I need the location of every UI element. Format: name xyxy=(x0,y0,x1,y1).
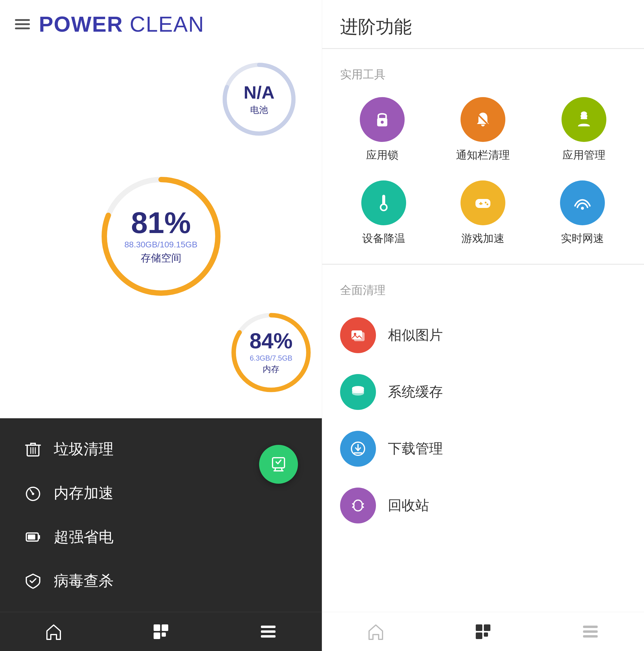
section-tools-label: 实用工具 xyxy=(322,58,644,91)
tool-notification-clean[interactable]: 通知栏清理 xyxy=(456,97,510,162)
left-panel: POWER CLEAN 81% 88.30GB/109.15GB 存储空间 xyxy=(0,0,322,651)
list-system-cache[interactable]: 系统缓存 xyxy=(322,364,644,421)
tool-network-speed[interactable]: 实时网速 xyxy=(560,181,605,246)
memory-label: 内存 xyxy=(263,364,279,375)
svg-rect-17 xyxy=(162,624,168,631)
svg-rect-16 xyxy=(154,624,160,631)
svg-rect-20 xyxy=(261,626,276,628)
bottom-nav-right xyxy=(322,612,644,651)
advanced-features-title: 进阶功能 xyxy=(340,17,412,37)
svg-rect-19 xyxy=(162,632,166,637)
svg-rect-29 xyxy=(581,117,587,119)
tool-network-speed-label: 实时网速 xyxy=(561,231,604,246)
storage-percent: 81% xyxy=(131,208,191,238)
tool-grid-row2: 设备降温 游戏加速 实时网速 xyxy=(322,175,644,258)
storage-label: 存储空间 xyxy=(141,251,181,265)
right-panel: 进阶功能 实用工具 应用锁 通知栏清理 xyxy=(322,0,644,651)
list-recycle-bin[interactable]: 回收站 xyxy=(322,477,644,534)
bottom-nav-right-menu[interactable] xyxy=(579,620,603,644)
svg-rect-54 xyxy=(484,632,488,637)
battery-label: 电池 xyxy=(250,104,268,116)
list-download-manage[interactable]: 下载管理 xyxy=(322,421,644,477)
svg-rect-56 xyxy=(583,630,598,633)
section-clean-label: 全面清理 xyxy=(322,274,644,307)
bottom-nav-right-apps[interactable] xyxy=(471,620,495,644)
tool-app-lock-label: 应用锁 xyxy=(366,148,398,162)
svg-point-12 xyxy=(32,493,34,495)
menu-item-label-power: 超强省电 xyxy=(54,527,114,547)
svg-rect-18 xyxy=(154,632,160,639)
memory-detail: 6.3GB/7.5GB xyxy=(250,354,293,363)
cooling-icon-circle xyxy=(361,181,406,225)
svg-point-37 xyxy=(485,202,487,204)
fab-button[interactable] xyxy=(259,445,298,484)
svg-rect-57 xyxy=(583,635,598,638)
svg-point-32 xyxy=(381,205,386,210)
list-similar-photos-label: 相似图片 xyxy=(388,326,443,344)
svg-point-28 xyxy=(587,113,589,116)
tool-game-boost-label: 游戏加速 xyxy=(461,231,504,246)
game-boost-icon-circle xyxy=(461,181,505,225)
menu-item-antivirus[interactable]: 病毒查杀 xyxy=(0,559,322,603)
menu-item-label-trash: 垃圾清理 xyxy=(54,439,114,459)
storage-detail: 88.30GB/109.15GB xyxy=(124,240,197,249)
svg-rect-21 xyxy=(261,630,276,633)
tool-cooling[interactable]: 设备降温 xyxy=(361,181,406,246)
svg-rect-15 xyxy=(28,534,35,539)
svg-rect-36 xyxy=(479,203,483,204)
notification-clean-icon-circle xyxy=(461,97,505,142)
list-recycle-bin-label: 回收站 xyxy=(388,496,429,515)
svg-rect-51 xyxy=(476,624,482,631)
bottom-nav-right-home[interactable] xyxy=(364,620,388,644)
list-similar-photos[interactable]: 相似图片 xyxy=(322,307,644,364)
svg-point-47 xyxy=(352,391,364,396)
list-download-manage-label: 下载管理 xyxy=(388,439,443,458)
svg-point-27 xyxy=(579,113,581,116)
system-cache-icon xyxy=(340,374,376,410)
memory-gauge[interactable]: 84% 6.3GB/7.5GB 内存 xyxy=(229,311,313,394)
bottom-nav-apps[interactable] xyxy=(149,620,173,644)
menu-button[interactable] xyxy=(15,19,30,29)
menu-item-power[interactable]: 超强省电 xyxy=(0,515,322,559)
left-header: POWER CLEAN xyxy=(0,0,322,49)
bottom-nav-home[interactable] xyxy=(42,620,66,644)
svg-rect-34 xyxy=(476,199,490,208)
svg-rect-55 xyxy=(583,626,598,628)
svg-rect-33 xyxy=(382,198,385,204)
tool-app-manage[interactable]: 应用管理 xyxy=(561,97,606,162)
svg-rect-22 xyxy=(261,635,276,638)
svg-point-39 xyxy=(581,207,584,210)
storage-gauge-inner: 81% 88.30GB/109.15GB 存储空间 xyxy=(98,174,224,299)
network-speed-icon-circle xyxy=(560,181,605,225)
app-lock-icon-circle xyxy=(360,97,405,142)
memory-percent: 84% xyxy=(249,330,293,352)
similar-photos-icon xyxy=(340,317,376,353)
svg-point-24 xyxy=(381,121,384,124)
battery-percent: N/A xyxy=(244,82,274,103)
list-system-cache-label: 系统缓存 xyxy=(388,383,443,401)
speedometer-icon xyxy=(24,484,42,502)
divider-mid xyxy=(322,264,644,265)
right-header: 进阶功能 xyxy=(322,0,644,48)
tool-cooling-label: 设备降温 xyxy=(362,231,405,246)
svg-rect-53 xyxy=(476,632,482,639)
bottom-nav-menu[interactable] xyxy=(256,620,280,644)
svg-rect-14 xyxy=(38,535,40,539)
trash-icon xyxy=(24,440,42,458)
battery-icon xyxy=(24,528,42,546)
gauge-area: 81% 88.30GB/109.15GB 存储空间 N/A 电池 xyxy=(0,49,322,418)
app-title: POWER CLEAN xyxy=(39,12,205,36)
svg-point-38 xyxy=(487,204,488,205)
tool-game-boost[interactable]: 游戏加速 xyxy=(461,181,505,246)
battery-gauge[interactable]: N/A 电池 xyxy=(220,60,298,138)
storage-gauge[interactable]: 81% 88.30GB/109.15GB 存储空间 xyxy=(98,174,224,299)
tool-notification-clean-label: 通知栏清理 xyxy=(456,148,510,162)
menu-item-label-antivirus: 病毒查杀 xyxy=(54,571,114,591)
bottom-nav-left xyxy=(0,612,322,651)
shield-icon xyxy=(24,572,42,590)
divider-top xyxy=(322,48,644,49)
svg-rect-52 xyxy=(484,624,490,631)
app-title-clean: CLEAN xyxy=(123,12,205,36)
recycle-bin-icon xyxy=(340,488,376,523)
tool-app-lock[interactable]: 应用锁 xyxy=(360,97,405,162)
